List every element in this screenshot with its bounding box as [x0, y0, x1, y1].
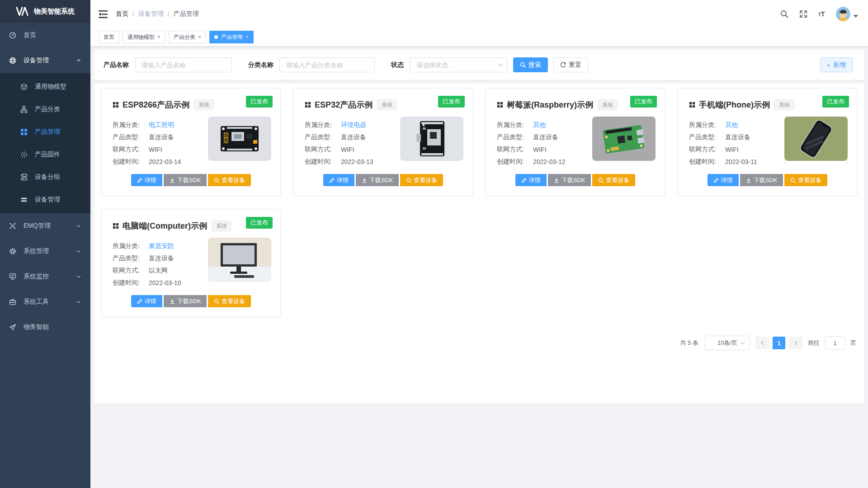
prev-page-button[interactable]	[755, 337, 769, 349]
total-count: 共 5 条	[680, 339, 698, 347]
fullscreen-icon[interactable]	[799, 10, 807, 18]
add-button[interactable]: + 新增	[820, 57, 853, 72]
product-card: ESP32产品示例 系统 已发布 所属分类:环境电器 产品类型:直连设备 联网方…	[293, 88, 473, 196]
grid-icon	[305, 102, 311, 108]
chevron-down-icon	[76, 274, 81, 279]
close-icon[interactable]: ×	[245, 34, 249, 40]
detail-button[interactable]: 详情	[708, 174, 739, 186]
field-label: 创建时间:	[113, 158, 149, 166]
sidebar-item-product-management[interactable]: 产品管理	[0, 121, 90, 143]
sidebar-item-home[interactable]: 首页	[0, 23, 90, 48]
product-title: 树莓派(Raspberry)示例	[507, 99, 593, 110]
sidebar-item-system-monitor[interactable]: 系统监控	[0, 264, 90, 289]
download-sdk-button[interactable]: 下载SDK	[164, 295, 207, 307]
detail-button[interactable]: 详情	[131, 174, 162, 186]
sidebar-item-label: 系统监控	[24, 272, 49, 281]
view-devices-button[interactable]: 查看设备	[208, 174, 251, 186]
next-page-button[interactable]	[789, 337, 802, 349]
user-menu[interactable]	[836, 7, 858, 21]
breadcrumb-separator: /	[132, 10, 134, 18]
page-size-select[interactable]: 10条/页	[705, 336, 750, 350]
avatar[interactable]	[836, 7, 850, 21]
download-sdk-label: 下载SDK	[754, 176, 778, 184]
detail-button[interactable]: 详情	[323, 174, 354, 186]
sidebar-item-label: 首页	[24, 31, 36, 39]
view-devices-button[interactable]: 查看设备	[208, 295, 251, 307]
view-devices-button[interactable]: 查看设备	[400, 174, 443, 186]
tab-home[interactable]: 首页	[99, 31, 119, 43]
field-label: 创建时间:	[689, 158, 725, 166]
close-icon[interactable]: ×	[198, 34, 201, 40]
field-value: WIFI	[149, 146, 162, 153]
sidebar-toggle-icon[interactable]	[99, 10, 108, 18]
sidebar-item-wumei[interactable]: 物美智能	[0, 314, 90, 340]
sidebar-item-product-firmware[interactable]: 产品固件	[0, 143, 90, 166]
field-label: 联网方式:	[689, 145, 725, 154]
product-name-input[interactable]	[135, 57, 232, 72]
dashboard-icon	[9, 32, 16, 39]
sidebar-device-submenu: 通用物模型 产品分类 产品管理	[0, 73, 90, 213]
close-icon[interactable]: ×	[157, 34, 160, 40]
category-link[interactable]: 其他	[533, 121, 546, 129]
grid-icon	[113, 223, 119, 229]
cube-icon	[20, 83, 28, 90]
field-value: 直连设备	[533, 133, 558, 141]
download-sdk-button[interactable]: 下载SDK	[356, 174, 399, 186]
grid-icon	[20, 128, 28, 136]
tab-product-category[interactable]: 产品分类 ×	[169, 31, 206, 43]
tab-thing-model[interactable]: 通用物模型 ×	[123, 31, 165, 43]
system-tag: 系统	[212, 221, 231, 231]
detail-button[interactable]: 详情	[131, 295, 162, 307]
field-value: 2022-03-14	[149, 158, 181, 165]
page-number-1[interactable]: 1	[773, 337, 785, 349]
detail-button-label: 详情	[529, 176, 541, 184]
detail-button[interactable]: 详情	[515, 174, 547, 186]
product-image-computer	[208, 238, 271, 282]
status-select[interactable]	[410, 57, 508, 72]
search-icon[interactable]	[780, 10, 788, 18]
category-link[interactable]: 环境电器	[341, 121, 366, 129]
font-size-icon[interactable]: TT	[818, 10, 825, 18]
field-value: 2022-03-11	[725, 158, 757, 165]
download-sdk-button[interactable]: 下载SDK	[548, 174, 591, 186]
view-devices-label: 查看设备	[606, 176, 629, 184]
tab-product-management[interactable]: 产品管理 ×	[209, 31, 254, 43]
search-button[interactable]: 搜索	[513, 57, 548, 72]
sidebar-item-device-management[interactable]: 设备管理	[0, 48, 90, 73]
plus-icon: +	[827, 61, 830, 69]
breadcrumb-home[interactable]: 首页	[116, 10, 128, 18]
category-link[interactable]: 家居安防	[149, 242, 174, 250]
system-tag: 系统	[377, 99, 397, 110]
sidebar-item-emq[interactable]: EMQ管理	[0, 213, 90, 239]
sidebar-item-label: 物美智能	[24, 323, 49, 331]
view-devices-button[interactable]: 查看设备	[784, 174, 827, 186]
sidebar-item-product-category[interactable]: 产品分类	[0, 98, 90, 121]
view-devices-button[interactable]: 查看设备	[592, 174, 635, 186]
tags-view-bar: 首页 通用物模型 × 产品分类 × 产品管理 ×	[90, 28, 868, 47]
field-label: 联网方式:	[497, 145, 533, 154]
reset-button[interactable]: 重置	[553, 57, 588, 72]
goto-page-input[interactable]	[825, 336, 845, 350]
category-name-input[interactable]	[279, 57, 375, 72]
chevron-down-icon	[740, 342, 745, 345]
sidebar-item-system-management[interactable]: 系统管理	[0, 239, 90, 264]
node-x-icon	[9, 222, 16, 230]
app-logo[interactable]: 物美智能系统	[0, 0, 90, 23]
category-link[interactable]: 其他	[725, 121, 738, 129]
download-sdk-button[interactable]: 下载SDK	[740, 174, 783, 186]
sidebar-item-device-group[interactable]: 设备分组	[0, 166, 90, 188]
download-sdk-button[interactable]: 下载SDK	[164, 174, 207, 186]
detail-button-label: 详情	[721, 176, 733, 184]
category-link[interactable]: 电工照明	[149, 121, 174, 129]
sidebar-item-device-list[interactable]: 设备管理	[0, 188, 90, 211]
sidebar-item-label: 产品分类	[35, 105, 60, 113]
sidebar-item-system-tools[interactable]: 系统工具	[0, 289, 90, 314]
download-sdk-label: 下载SDK	[177, 297, 201, 305]
chevron-down-icon	[76, 249, 81, 254]
search-button-label: 搜索	[528, 61, 541, 69]
product-image-phone	[784, 117, 848, 161]
sidebar-item-thing-model[interactable]: 通用物模型	[0, 75, 90, 98]
status-badge: 已发布	[438, 96, 465, 108]
gear-icon	[9, 248, 16, 255]
detail-button-label: 详情	[337, 176, 349, 184]
